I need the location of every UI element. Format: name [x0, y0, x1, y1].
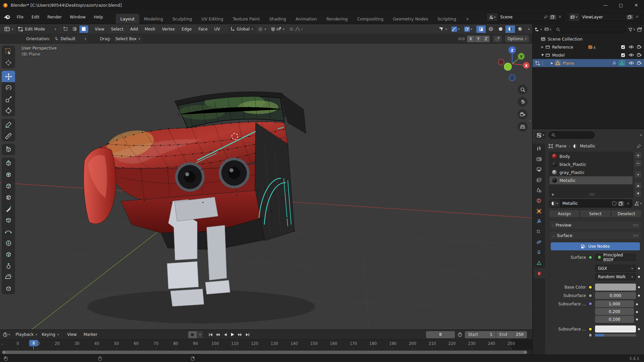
edge-select-mode-button[interactable] [70, 25, 79, 33]
tab-modifiers[interactable] [533, 216, 545, 227]
mode-dropdown[interactable]: Edit Mode ▾ [16, 25, 59, 33]
tool-shear[interactable] [2, 272, 15, 283]
surface-shader-button[interactable]: Principled BSDF [595, 254, 636, 261]
outliner-editor-type-dropdown[interactable]: ▾ [535, 27, 542, 32]
material-slot-metallic[interactable]: Metallic [549, 176, 633, 184]
surface-panel-header[interactable]: ⌄ Surface [549, 231, 642, 240]
distribution-dropdown[interactable]: GGX▾ [595, 265, 636, 272]
mirror-x-button[interactable]: X [467, 36, 474, 42]
shading-dropdown-icon[interactable]: ▾ [528, 27, 530, 31]
timeline-editor-type-dropdown[interactable]: ▾ [3, 332, 10, 337]
play-button[interactable] [229, 331, 236, 338]
snap-base-button[interactable] [493, 36, 502, 42]
viewport-menu-vertex[interactable]: Vertex [159, 27, 178, 32]
mirror-z-button[interactable]: Z [482, 36, 490, 42]
material-slot-black-plastic[interactable]: black_Plastic [549, 160, 633, 168]
viewport-menu-view[interactable]: View [92, 27, 108, 32]
remove-view-layer-icon[interactable]: ✕ [633, 15, 641, 19]
scene-name[interactable]: Scene [497, 15, 543, 19]
viewport-menu-face[interactable]: Face [195, 27, 211, 32]
orientation-default-dropdown[interactable]: Default ▾ [52, 35, 89, 43]
tool-measure[interactable] [2, 130, 15, 141]
jump-to-start-button[interactable] [207, 331, 214, 338]
duplicate-material-icon[interactable] [618, 201, 624, 206]
tab-particles[interactable] [533, 227, 545, 237]
workspace-tab-geometry-nodes[interactable]: Geometry Nodes [388, 14, 433, 24]
disable-render-camera-icon[interactable] [637, 61, 642, 65]
scrollbar-thumb[interactable] [2, 351, 527, 354]
expand-arrow-icon[interactable]: ▶ [551, 61, 553, 65]
material-specials-dropdown[interactable]: ▾ [635, 171, 642, 178]
workspace-tab-scripting[interactable]: Scripting [433, 14, 461, 24]
tab-output[interactable] [533, 164, 545, 175]
timeline-marker-menu[interactable]: Marker [80, 332, 101, 337]
subsurface-value-field[interactable]: 0.000 [595, 292, 636, 299]
viewport-menu-mesh[interactable]: Mesh [141, 27, 159, 32]
deselect-button[interactable]: Deselect [611, 210, 642, 218]
view-layer-name[interactable]: ViewLayer [579, 15, 627, 19]
pan-hand-icon[interactable] [518, 97, 528, 107]
play-reverse-button[interactable] [222, 331, 229, 338]
tab-constraints[interactable] [533, 247, 545, 258]
add-material-slot-button[interactable]: + [635, 152, 642, 159]
material-name-field[interactable]: Metallic [560, 201, 612, 206]
tab-object-data[interactable] [533, 258, 545, 268]
tool-poly-build[interactable] [2, 215, 15, 226]
outliner-search-input[interactable] [553, 26, 626, 33]
unlink-scene-icon[interactable]: ✕ [556, 15, 564, 19]
tool-edge-slide[interactable] [2, 249, 15, 260]
ruler-collapse-icon[interactable]: › [1, 342, 2, 346]
viewport-canvas[interactable]: User Perspective (8) Plane Z Y X ‹ [0, 44, 532, 329]
tab-view-layer[interactable] [533, 175, 545, 185]
proportional-editing-controls[interactable]: ▾ [287, 25, 305, 33]
tab-physics[interactable] [533, 237, 545, 247]
workspace-tab-layout[interactable]: Layout [116, 14, 140, 24]
toggle-xray-button[interactable] [476, 25, 486, 33]
blender-menu-logo-icon[interactable] [3, 14, 11, 20]
tool-extrude-region[interactable] [2, 158, 15, 169]
timeline-ruler[interactable]: 0102030405060708090100110120130140150160… [0, 339, 532, 350]
assign-button[interactable]: Assign [549, 210, 580, 218]
pin-icon[interactable] [636, 144, 641, 148]
tool-shrink-fatten[interactable] [2, 260, 15, 272]
toggle-perspective-icon[interactable] [518, 122, 528, 132]
unlink-material-icon[interactable]: ✕ [624, 201, 632, 206]
snap-target-icon[interactable] [276, 27, 282, 32]
properties-options-icon[interactable]: ▾ [640, 133, 642, 137]
drag-mode-dropdown[interactable]: Select Box ▾ [113, 35, 143, 43]
maximize-button[interactable]: ▢ [613, 0, 629, 10]
material-slot-body[interactable]: Body [549, 152, 633, 160]
magnet-icon[interactable] [271, 27, 275, 32]
menu-file[interactable]: File [13, 13, 28, 21]
keying-menu[interactable]: Keying▾ [40, 330, 61, 339]
shading-material-button[interactable] [505, 25, 515, 33]
menu-help[interactable]: Help [90, 13, 107, 21]
tool-annotate[interactable] [2, 119, 15, 130]
falloff-curve-icon[interactable] [295, 27, 300, 32]
viewport-menu-add[interactable]: Add [127, 27, 141, 32]
options-dropdown[interactable]: Options ▾ [505, 35, 529, 42]
tool-smooth[interactable] [2, 237, 15, 249]
gizmos-dropdown[interactable]: ▾ [449, 25, 462, 33]
tool-inset-faces[interactable] [2, 169, 15, 180]
workspace-tab-rendering[interactable]: Rendering [322, 14, 353, 24]
viewport-menu-select[interactable]: Select [108, 27, 127, 32]
select-button[interactable]: Select [580, 210, 610, 218]
shading-rendered-button[interactable] [515, 25, 525, 33]
proportional-edit-icon[interactable] [289, 27, 294, 32]
close-button[interactable]: ✕ [629, 0, 644, 10]
move-slot-down-button[interactable]: ▼ [635, 190, 642, 197]
tool-scale[interactable] [2, 94, 15, 105]
breadcrumb-object[interactable]: Plane [555, 144, 567, 148]
view-layer-icon[interactable]: ▾ [569, 13, 579, 21]
tool-cursor[interactable] [2, 57, 15, 68]
workspace-tab-modeling[interactable]: Modeling [139, 14, 168, 24]
workspace-tab-uv-editing[interactable]: UV Editing [197, 14, 228, 24]
shading-wireframe-button[interactable] [486, 25, 495, 33]
scene-selector[interactable]: ▾ Scene ✕ [486, 13, 564, 21]
mirror-y-button[interactable]: Y [475, 36, 482, 42]
timeline-view-menu[interactable]: View [64, 332, 80, 337]
sss-method-dropdown[interactable]: Random Walk▾ [595, 273, 636, 280]
checkbox-icon[interactable] [621, 53, 626, 57]
tool-select-box[interactable] [2, 46, 15, 57]
